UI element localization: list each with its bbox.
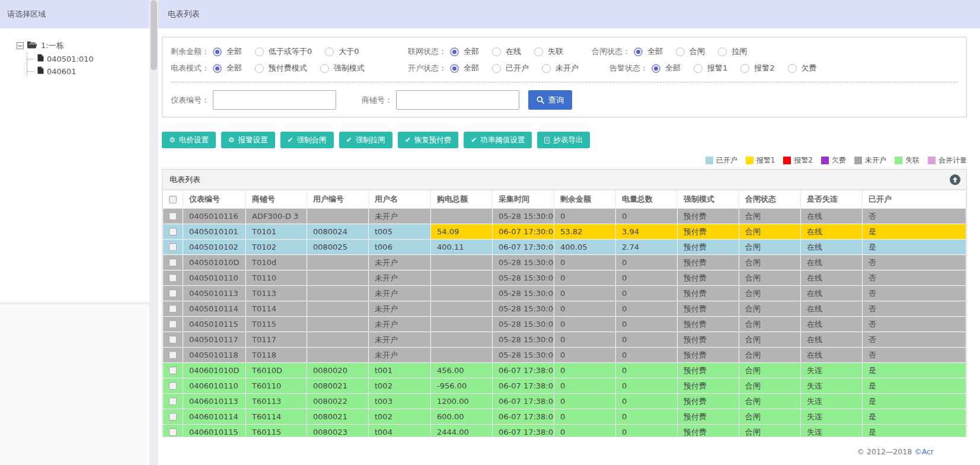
radio-option[interactable]: 全部 xyxy=(450,63,479,74)
radio-icon[interactable] xyxy=(213,64,222,73)
table-cell: 05-28 15:30:00 xyxy=(493,286,554,301)
radio-option[interactable]: 全部 xyxy=(213,46,242,57)
toolbar-button[interactable]: 抄表导出 xyxy=(537,132,590,148)
row-checkbox[interactable] xyxy=(169,305,177,313)
filter-group: 开户状态：全部已开户未开户 xyxy=(408,63,592,74)
row-checkbox[interactable] xyxy=(169,382,177,390)
radio-icon[interactable] xyxy=(255,64,264,73)
radio-option[interactable]: 全部 xyxy=(213,63,242,74)
table-cell: 0 xyxy=(554,301,616,317)
tree-node-meter[interactable]: 040501:010 xyxy=(27,52,145,65)
radio-option[interactable]: 报警2 xyxy=(740,63,774,74)
meter-no-input[interactable] xyxy=(213,90,336,110)
table-cell xyxy=(431,317,493,332)
legend-label: 未开户 xyxy=(865,155,886,165)
row-checkbox[interactable] xyxy=(169,320,177,328)
table-cell xyxy=(307,270,369,286)
select-all-checkbox[interactable] xyxy=(169,196,177,203)
radio-option[interactable]: 全部 xyxy=(450,46,479,57)
radio-label: 全部 xyxy=(464,46,479,57)
row-select-cell xyxy=(163,224,183,240)
row-checkbox[interactable] xyxy=(169,351,177,359)
table-row: 0405010101T01010080024t00554.0906-07 17:… xyxy=(163,224,966,240)
table-cell: 0 xyxy=(616,317,678,332)
radio-icon[interactable] xyxy=(652,64,660,73)
radio-icon[interactable] xyxy=(450,64,459,73)
table-cell: 是 xyxy=(863,363,966,378)
radio-icon[interactable] xyxy=(213,47,222,56)
row-checkbox[interactable] xyxy=(169,336,177,343)
radio-icon[interactable] xyxy=(325,47,334,56)
radio-option[interactable]: 强制模式 xyxy=(320,63,365,74)
table-cell: 合闸 xyxy=(739,348,801,363)
legend-swatch xyxy=(783,157,791,164)
radio-option[interactable]: 低于或等于0 xyxy=(255,46,312,57)
check-icon: ✔ xyxy=(288,136,293,144)
radio-icon[interactable] xyxy=(718,47,727,56)
radio-label: 全部 xyxy=(226,46,242,57)
scroll-top-button[interactable] xyxy=(950,174,960,185)
filter-group-label: 合闸状态： xyxy=(592,46,630,57)
row-checkbox[interactable] xyxy=(169,243,177,251)
radio-icon[interactable] xyxy=(255,47,264,56)
toolbar-button[interactable]: ✔恢复预付费 xyxy=(398,132,459,148)
radio-icon[interactable] xyxy=(492,64,501,73)
row-checkbox[interactable] xyxy=(169,228,177,235)
radio-option[interactable]: 预付费模式 xyxy=(255,63,307,74)
query-button[interactable]: 查询 xyxy=(528,90,572,110)
row-checkbox[interactable] xyxy=(169,428,177,436)
row-checkbox[interactable] xyxy=(169,289,177,297)
column-header: 用户编号 xyxy=(307,190,369,209)
table-cell: 0 xyxy=(554,332,616,348)
toolbar-button[interactable]: ⚙电价设置 xyxy=(162,132,216,148)
radio-icon[interactable] xyxy=(788,64,797,73)
radio-option[interactable]: 全部 xyxy=(634,46,663,57)
scrollbar-thumb[interactable] xyxy=(151,0,157,70)
toolbar-button[interactable]: ✔功率阈值设置 xyxy=(464,132,532,148)
radio-icon[interactable] xyxy=(320,64,329,73)
table-cell: 否 xyxy=(863,209,966,224)
copyright-link[interactable]: ©Acr xyxy=(914,447,934,456)
radio-label: 预付费模式 xyxy=(269,63,307,74)
row-select-cell xyxy=(163,332,183,348)
radio-option[interactable]: 在线 xyxy=(492,46,521,57)
table-cell: 0 xyxy=(616,255,678,270)
radio-option[interactable]: 合闸 xyxy=(676,46,705,57)
radio-option[interactable]: 失联 xyxy=(534,46,563,57)
toolbar-button[interactable]: ✔强制拉闸 xyxy=(339,132,392,148)
table-cell: 预付费 xyxy=(678,363,739,378)
file-icon xyxy=(37,66,44,76)
row-checkbox[interactable] xyxy=(169,212,177,220)
row-checkbox[interactable] xyxy=(169,367,177,374)
radio-icon[interactable] xyxy=(634,47,643,56)
radio-option[interactable]: 欠费 xyxy=(788,63,817,74)
table-cell: 3.94 xyxy=(616,224,678,240)
radio-option[interactable]: 拉闸 xyxy=(718,46,747,57)
radio-icon[interactable] xyxy=(542,64,551,73)
row-checkbox[interactable] xyxy=(169,274,177,282)
radio-icon[interactable] xyxy=(534,47,543,56)
radio-option[interactable]: 未开户 xyxy=(542,63,579,74)
page-scrollbar[interactable] xyxy=(149,0,158,465)
tree-node-meter[interactable]: 040601 xyxy=(27,65,145,77)
radio-icon[interactable] xyxy=(450,47,459,56)
toolbar-button[interactable]: ⚙报警设置 xyxy=(221,132,275,148)
radio-icon[interactable] xyxy=(694,64,703,73)
radio-option[interactable]: 大于0 xyxy=(325,46,359,57)
table-cell: 在线 xyxy=(801,209,863,224)
column-header: 合闸状态 xyxy=(739,190,801,209)
radio-icon[interactable] xyxy=(676,47,685,56)
tree-node-building[interactable]: 1:一栋 xyxy=(17,40,145,51)
radio-option[interactable]: 已开户 xyxy=(492,63,529,74)
radio-icon[interactable] xyxy=(492,47,501,56)
tree-collapse-icon[interactable] xyxy=(17,42,24,49)
shop-no-input[interactable] xyxy=(396,90,519,110)
row-checkbox[interactable] xyxy=(169,397,177,405)
toolbar-button[interactable]: ✔强制合闸 xyxy=(280,132,334,148)
row-checkbox[interactable] xyxy=(169,413,177,421)
radio-option[interactable]: 报警1 xyxy=(694,63,727,74)
table-cell: 0080023 xyxy=(307,425,369,438)
row-checkbox[interactable] xyxy=(169,259,177,266)
radio-icon[interactable] xyxy=(740,64,749,73)
radio-option[interactable]: 全部 xyxy=(652,63,681,74)
